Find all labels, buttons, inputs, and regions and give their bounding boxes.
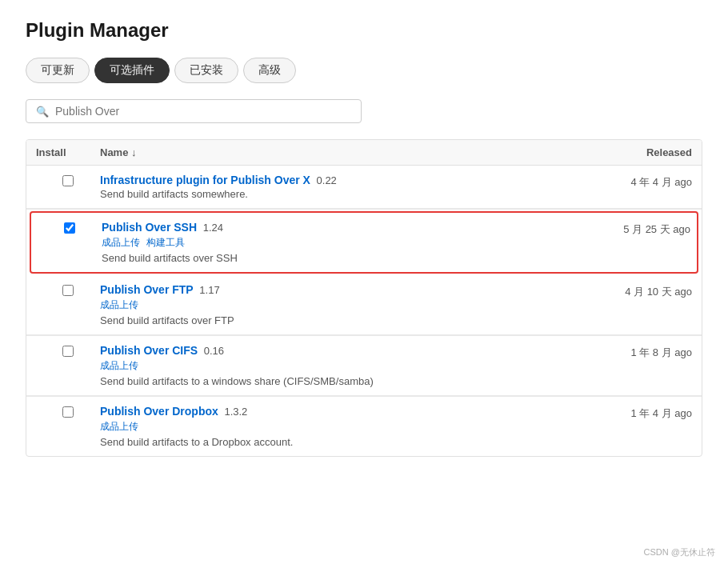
plugin-description: Send build artifacts somewhere. — [100, 188, 564, 200]
tab-updatable[interactable]: 可更新 — [26, 58, 90, 83]
plugin-tag[interactable]: 成品上传 — [100, 420, 138, 434]
table-header: Install Name ↓ Released — [26, 140, 702, 166]
plugin-tag[interactable]: 构建工具 — [146, 236, 185, 250]
plugin-version: 1.17 — [197, 284, 220, 296]
tab-bar: 可更新 可选插件 已安装 高级 — [26, 58, 702, 83]
plugin-table: Install Name ↓ Released Infrastructure p… — [26, 139, 702, 457]
plugin-info-cell: Publish Over Dropbox 1.3.2成品上传Send build… — [100, 405, 564, 448]
plugin-released: 1 年 8 月 ago — [564, 344, 692, 360]
plugin-info-cell: Publish Over CIFS 0.16成品上传Send build art… — [100, 344, 564, 387]
plugin-install-checkbox-cell — [36, 283, 100, 296]
install-checkbox[interactable] — [62, 285, 74, 296]
table-row: Infrastructure plugin for Publish Over X… — [26, 166, 702, 209]
tab-advanced[interactable]: 高级 — [243, 58, 296, 83]
plugin-name-link[interactable]: Publish Over FTP 1.17 — [100, 283, 220, 296]
plugin-version: 1.24 — [200, 222, 223, 234]
plugin-description: Send build artifacts to a Dropbox accoun… — [100, 436, 564, 448]
install-checkbox[interactable] — [62, 406, 74, 418]
plugin-name-link[interactable]: Publish Over SSH 1.24 — [102, 221, 223, 234]
plugin-released: 5 月 25 天 ago — [562, 221, 690, 237]
plugin-released: 4 月 10 天 ago — [564, 283, 692, 299]
plugin-version: 1.3.2 — [222, 406, 248, 418]
plugin-version: 0.22 — [314, 174, 337, 186]
table-row: Publish Over FTP 1.17成品上传Send build arti… — [26, 275, 702, 335]
plugin-install-checkbox-cell — [38, 221, 102, 234]
install-checkbox[interactable] — [62, 346, 74, 357]
plugin-tags: 成品上传 — [100, 359, 564, 373]
col-install-header: Install — [36, 146, 100, 158]
plugin-tag[interactable]: 成品上传 — [100, 298, 138, 312]
install-checkbox[interactable] — [62, 175, 74, 186]
table-row: Publish Over SSH 1.24成品上传构建工具Send build … — [30, 211, 698, 274]
plugin-name-link[interactable]: Infrastructure plugin for Publish Over X… — [100, 174, 337, 186]
search-icon: 🔍 — [36, 106, 49, 118]
col-name-header: Name ↓ — [100, 146, 564, 158]
plugin-install-checkbox-cell — [36, 344, 100, 357]
plugin-tags: 成品上传 — [100, 420, 564, 434]
plugin-description: Send build artifacts over FTP — [100, 314, 564, 326]
tab-available[interactable]: 可选插件 — [94, 58, 170, 83]
plugin-description: Send build artifacts over SSH — [102, 252, 562, 264]
plugin-description: Send build artifacts to a windows share … — [100, 375, 564, 387]
table-row: Publish Over Dropbox 1.3.2成品上传Send build… — [26, 397, 702, 456]
plugin-tags: 成品上传构建工具 — [102, 236, 562, 250]
plugin-info-cell: Publish Over SSH 1.24成品上传构建工具Send build … — [102, 221, 562, 264]
search-input[interactable]: Publish Over — [55, 105, 351, 118]
plugin-install-checkbox-cell — [36, 405, 100, 418]
plugin-name-link[interactable]: Publish Over CIFS 0.16 — [100, 344, 224, 357]
plugin-released: 4 年 4 月 ago — [564, 174, 692, 190]
table-row: Publish Over CIFS 0.16成品上传Send build art… — [26, 336, 702, 396]
plugin-info-cell: Publish Over FTP 1.17成品上传Send build arti… — [100, 283, 564, 326]
install-checkbox[interactable] — [64, 222, 75, 234]
plugin-tags: 成品上传 — [100, 298, 564, 312]
plugin-tag[interactable]: 成品上传 — [102, 236, 140, 250]
tab-installed[interactable]: 已安装 — [174, 58, 238, 83]
plugin-info-cell: Infrastructure plugin for Publish Over X… — [100, 174, 564, 200]
plugin-released: 1 年 4 月 ago — [564, 405, 692, 421]
plugin-install-checkbox-cell — [36, 174, 100, 186]
page-title: Plugin Manager — [26, 19, 702, 42]
plugin-tag[interactable]: 成品上传 — [100, 359, 138, 373]
plugin-version: 0.16 — [201, 345, 224, 357]
search-container: 🔍 Publish Over — [26, 99, 362, 123]
plugin-name-link[interactable]: Publish Over Dropbox 1.3.2 — [100, 405, 247, 418]
col-released-header: Released — [564, 146, 692, 158]
